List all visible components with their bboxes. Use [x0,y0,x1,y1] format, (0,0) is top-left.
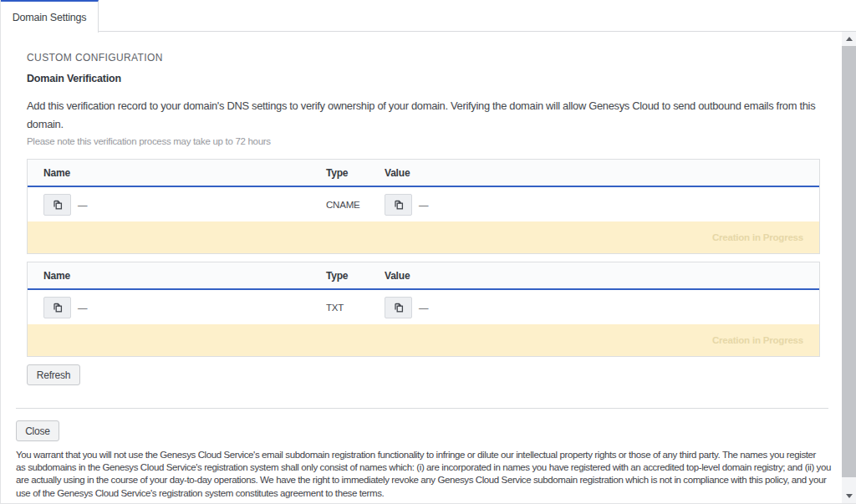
copy-icon [52,199,64,211]
legal-line: You warrant that you will not use the Ge… [16,449,842,461]
record-name-value: — [78,303,87,313]
copy-name-button[interactable] [43,194,71,216]
domain-settings-panel: Domain Settings CUSTOM CONFIGURATION Dom… [0,0,856,504]
copy-value-button[interactable] [385,297,412,318]
copy-icon [393,302,405,313]
column-header-name: Name [28,167,326,179]
column-header-type: Type [326,270,385,282]
record-name-value: — [78,200,87,210]
record-value-text: — [419,200,428,210]
column-header-name: Name [28,270,326,282]
record-type-cell: TXT [326,303,385,313]
txt-record-table: Name Type Value — TXT [27,262,820,357]
creation-status-row: Creation in Progress [28,324,819,356]
tab-domain-settings-label: Domain Settings [13,12,87,23]
domain-verification-title: Domain Verification [27,73,121,84]
column-header-value: Value [385,167,819,179]
footer-divider [16,408,828,409]
scroll-up-button[interactable] [842,32,856,46]
creation-status-row: Creation in Progress [28,221,819,253]
copy-icon [393,199,405,211]
legal-text: You warrant that you will not use the Ge… [16,449,842,500]
column-header-value: Value [385,270,819,282]
copy-icon [52,302,64,313]
table-header-row: Name Type Value [28,160,819,187]
custom-configuration-heading: CUSTOM CONFIGURATION [27,52,163,64]
record-type-cell: CNAME [326,200,385,210]
record-name-cell: — [28,297,326,318]
creation-status-label: Creation in Progress [712,232,803,242]
cname-record-table: Name Type Value — CNAME [27,159,820,254]
tab-domain-settings[interactable]: Domain Settings [1,0,99,33]
scrollbar-thumb[interactable] [842,46,856,477]
legal-line: use of the Genesys Cloud Service's regis… [16,487,842,500]
table-row: — CNAME — [28,187,819,221]
scroll-down-arrow-icon [846,494,853,498]
tab-bar: Domain Settings [1,0,856,32]
table-header-row: Name Type Value [28,262,819,290]
verification-description: Add this verification record to your dom… [27,97,820,134]
scroll-up-arrow-icon [846,37,853,41]
refresh-button[interactable]: Refresh [27,364,80,385]
record-value-cell: — [385,297,819,318]
close-button[interactable]: Close [16,420,59,441]
legal-line: are actually using in the course of your… [16,474,842,486]
copy-value-button[interactable] [385,194,412,216]
copy-name-button[interactable] [43,297,71,318]
vertical-scrollbar[interactable] [842,32,856,503]
scroll-down-button[interactable] [842,489,856,503]
column-header-type: Type [326,167,385,179]
creation-status-label: Creation in Progress [712,335,803,345]
verification-note: Please note this verification process ma… [27,136,271,146]
record-name-cell: — [28,194,326,216]
table-row: — TXT — [28,290,819,324]
record-value-text: — [419,303,428,313]
record-value-cell: — [385,194,819,216]
legal-line: as subdomains in the Genesys Cloud Servi… [16,461,842,474]
